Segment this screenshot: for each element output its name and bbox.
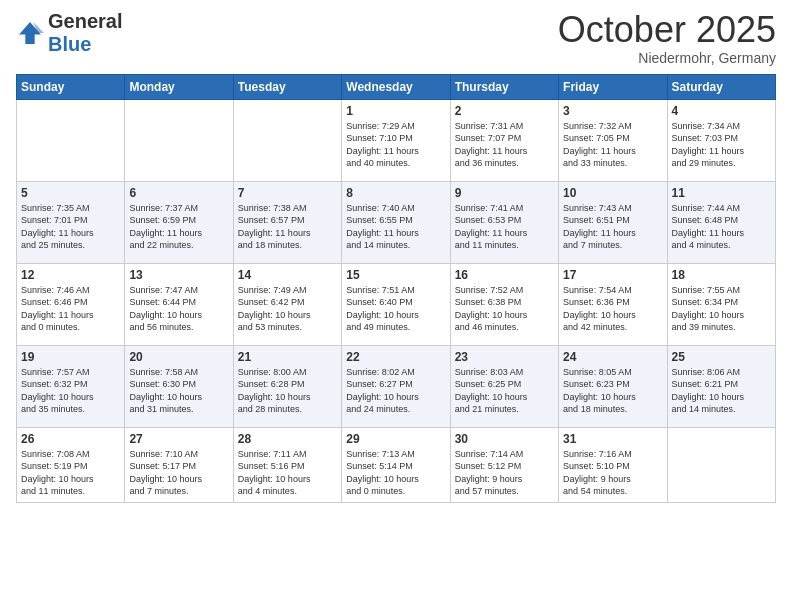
day-number: 10 (563, 186, 662, 200)
day-number: 12 (21, 268, 120, 282)
calendar-table: SundayMondayTuesdayWednesdayThursdayFrid… (16, 74, 776, 503)
calendar-cell: 9Sunrise: 7:41 AM Sunset: 6:53 PM Daylig… (450, 181, 558, 263)
day-info: Sunrise: 7:35 AM Sunset: 7:01 PM Dayligh… (21, 202, 120, 252)
calendar-cell (125, 99, 233, 181)
calendar-cell (667, 427, 775, 502)
calendar-cell (17, 99, 125, 181)
day-info: Sunrise: 7:08 AM Sunset: 5:19 PM Dayligh… (21, 448, 120, 498)
day-info: Sunrise: 7:34 AM Sunset: 7:03 PM Dayligh… (672, 120, 771, 170)
weekday-monday: Monday (125, 74, 233, 99)
location: Niedermohr, Germany (558, 50, 776, 66)
calendar-cell: 1Sunrise: 7:29 AM Sunset: 7:10 PM Daylig… (342, 99, 450, 181)
page: General Blue October 2025 Niedermohr, Ge… (0, 0, 792, 612)
day-number: 31 (563, 432, 662, 446)
day-number: 4 (672, 104, 771, 118)
day-number: 22 (346, 350, 445, 364)
day-info: Sunrise: 8:02 AM Sunset: 6:27 PM Dayligh… (346, 366, 445, 416)
calendar-cell: 24Sunrise: 8:05 AM Sunset: 6:23 PM Dayli… (559, 345, 667, 427)
logo-general: General (48, 10, 122, 32)
day-number: 3 (563, 104, 662, 118)
calendar-cell: 29Sunrise: 7:13 AM Sunset: 5:14 PM Dayli… (342, 427, 450, 502)
calendar-cell: 23Sunrise: 8:03 AM Sunset: 6:25 PM Dayli… (450, 345, 558, 427)
logo: General Blue (16, 10, 122, 56)
calendar-cell: 11Sunrise: 7:44 AM Sunset: 6:48 PM Dayli… (667, 181, 775, 263)
calendar-cell: 21Sunrise: 8:00 AM Sunset: 6:28 PM Dayli… (233, 345, 341, 427)
day-number: 30 (455, 432, 554, 446)
day-info: Sunrise: 7:29 AM Sunset: 7:10 PM Dayligh… (346, 120, 445, 170)
calendar-week-row: 5Sunrise: 7:35 AM Sunset: 7:01 PM Daylig… (17, 181, 776, 263)
calendar-cell: 31Sunrise: 7:16 AM Sunset: 5:10 PM Dayli… (559, 427, 667, 502)
month-title: October 2025 (558, 10, 776, 50)
day-number: 29 (346, 432, 445, 446)
day-info: Sunrise: 7:49 AM Sunset: 6:42 PM Dayligh… (238, 284, 337, 334)
day-number: 21 (238, 350, 337, 364)
calendar-cell: 27Sunrise: 7:10 AM Sunset: 5:17 PM Dayli… (125, 427, 233, 502)
logo-text: General Blue (48, 10, 122, 56)
day-number: 6 (129, 186, 228, 200)
weekday-tuesday: Tuesday (233, 74, 341, 99)
day-number: 27 (129, 432, 228, 446)
logo-blue: Blue (48, 33, 91, 55)
calendar-cell: 13Sunrise: 7:47 AM Sunset: 6:44 PM Dayli… (125, 263, 233, 345)
day-number: 9 (455, 186, 554, 200)
day-number: 19 (21, 350, 120, 364)
calendar-cell: 28Sunrise: 7:11 AM Sunset: 5:16 PM Dayli… (233, 427, 341, 502)
day-info: Sunrise: 7:57 AM Sunset: 6:32 PM Dayligh… (21, 366, 120, 416)
day-number: 20 (129, 350, 228, 364)
day-info: Sunrise: 7:10 AM Sunset: 5:17 PM Dayligh… (129, 448, 228, 498)
calendar-cell: 18Sunrise: 7:55 AM Sunset: 6:34 PM Dayli… (667, 263, 775, 345)
day-info: Sunrise: 8:03 AM Sunset: 6:25 PM Dayligh… (455, 366, 554, 416)
calendar-cell: 15Sunrise: 7:51 AM Sunset: 6:40 PM Dayli… (342, 263, 450, 345)
day-number: 16 (455, 268, 554, 282)
day-info: Sunrise: 8:05 AM Sunset: 6:23 PM Dayligh… (563, 366, 662, 416)
day-info: Sunrise: 7:37 AM Sunset: 6:59 PM Dayligh… (129, 202, 228, 252)
day-info: Sunrise: 7:41 AM Sunset: 6:53 PM Dayligh… (455, 202, 554, 252)
calendar-cell: 30Sunrise: 7:14 AM Sunset: 5:12 PM Dayli… (450, 427, 558, 502)
day-info: Sunrise: 7:14 AM Sunset: 5:12 PM Dayligh… (455, 448, 554, 498)
day-info: Sunrise: 7:52 AM Sunset: 6:38 PM Dayligh… (455, 284, 554, 334)
calendar-cell: 12Sunrise: 7:46 AM Sunset: 6:46 PM Dayli… (17, 263, 125, 345)
day-number: 11 (672, 186, 771, 200)
day-info: Sunrise: 7:55 AM Sunset: 6:34 PM Dayligh… (672, 284, 771, 334)
calendar-cell: 6Sunrise: 7:37 AM Sunset: 6:59 PM Daylig… (125, 181, 233, 263)
day-number: 18 (672, 268, 771, 282)
calendar-cell: 4Sunrise: 7:34 AM Sunset: 7:03 PM Daylig… (667, 99, 775, 181)
calendar-week-row: 12Sunrise: 7:46 AM Sunset: 6:46 PM Dayli… (17, 263, 776, 345)
day-info: Sunrise: 8:06 AM Sunset: 6:21 PM Dayligh… (672, 366, 771, 416)
weekday-sunday: Sunday (17, 74, 125, 99)
calendar-cell: 19Sunrise: 7:57 AM Sunset: 6:32 PM Dayli… (17, 345, 125, 427)
calendar-cell: 20Sunrise: 7:58 AM Sunset: 6:30 PM Dayli… (125, 345, 233, 427)
calendar-cell: 7Sunrise: 7:38 AM Sunset: 6:57 PM Daylig… (233, 181, 341, 263)
svg-marker-0 (19, 22, 41, 44)
day-info: Sunrise: 7:32 AM Sunset: 7:05 PM Dayligh… (563, 120, 662, 170)
day-info: Sunrise: 7:58 AM Sunset: 6:30 PM Dayligh… (129, 366, 228, 416)
weekday-wednesday: Wednesday (342, 74, 450, 99)
day-info: Sunrise: 7:43 AM Sunset: 6:51 PM Dayligh… (563, 202, 662, 252)
weekday-thursday: Thursday (450, 74, 558, 99)
calendar-cell: 8Sunrise: 7:40 AM Sunset: 6:55 PM Daylig… (342, 181, 450, 263)
logo-icon (16, 19, 44, 47)
day-number: 1 (346, 104, 445, 118)
calendar-cell (233, 99, 341, 181)
calendar-week-row: 1Sunrise: 7:29 AM Sunset: 7:10 PM Daylig… (17, 99, 776, 181)
day-info: Sunrise: 7:16 AM Sunset: 5:10 PM Dayligh… (563, 448, 662, 498)
day-info: Sunrise: 7:31 AM Sunset: 7:07 PM Dayligh… (455, 120, 554, 170)
day-info: Sunrise: 7:46 AM Sunset: 6:46 PM Dayligh… (21, 284, 120, 334)
day-info: Sunrise: 7:40 AM Sunset: 6:55 PM Dayligh… (346, 202, 445, 252)
day-info: Sunrise: 7:38 AM Sunset: 6:57 PM Dayligh… (238, 202, 337, 252)
day-info: Sunrise: 7:11 AM Sunset: 5:16 PM Dayligh… (238, 448, 337, 498)
day-number: 24 (563, 350, 662, 364)
calendar-cell: 2Sunrise: 7:31 AM Sunset: 7:07 PM Daylig… (450, 99, 558, 181)
calendar-cell: 10Sunrise: 7:43 AM Sunset: 6:51 PM Dayli… (559, 181, 667, 263)
day-info: Sunrise: 7:44 AM Sunset: 6:48 PM Dayligh… (672, 202, 771, 252)
day-number: 14 (238, 268, 337, 282)
day-info: Sunrise: 7:51 AM Sunset: 6:40 PM Dayligh… (346, 284, 445, 334)
calendar-week-row: 19Sunrise: 7:57 AM Sunset: 6:32 PM Dayli… (17, 345, 776, 427)
weekday-saturday: Saturday (667, 74, 775, 99)
calendar-cell: 5Sunrise: 7:35 AM Sunset: 7:01 PM Daylig… (17, 181, 125, 263)
day-number: 13 (129, 268, 228, 282)
calendar-week-row: 26Sunrise: 7:08 AM Sunset: 5:19 PM Dayli… (17, 427, 776, 502)
calendar-cell: 14Sunrise: 7:49 AM Sunset: 6:42 PM Dayli… (233, 263, 341, 345)
calendar-cell: 26Sunrise: 7:08 AM Sunset: 5:19 PM Dayli… (17, 427, 125, 502)
weekday-friday: Friday (559, 74, 667, 99)
